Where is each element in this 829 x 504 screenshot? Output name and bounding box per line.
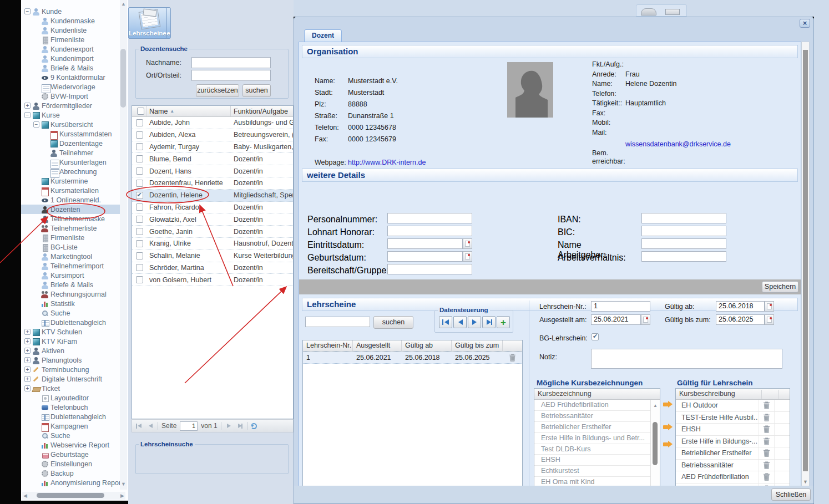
tree-expander-icon[interactable] [33,432,39,439]
sidebar-item[interactable]: Dublettenabgleich [21,318,121,327]
gueltig-row[interactable]: Erste Hilfe in Bildungs-... [676,436,790,448]
sidebar-item[interactable]: Teilnehmermaske [21,214,121,223]
tab-dozent[interactable]: Dozent [304,29,342,42]
calendar-trigger-icon[interactable] [765,314,774,325]
row-checkbox[interactable] [136,143,143,150]
speichern-button[interactable]: Speichern [762,281,798,293]
sidebar-item[interactable]: Kundenexport [21,44,121,54]
gueltig-row[interactable]: EHSH [676,424,790,436]
row-checkbox[interactable] [136,131,143,139]
kursbezeichnung-column-header[interactable]: Kursbezeichnung [534,389,660,400]
detail-input[interactable] [387,251,463,262]
tree-expander-icon[interactable] [24,103,31,109]
tree-expander-icon[interactable] [33,197,39,203]
row-checkbox[interactable] [136,192,143,199]
gueltig-row[interactable]: TEST-Erste Hilfe Ausbil... [676,412,790,424]
search-button[interactable]: suchen [242,84,271,97]
tree-expander-icon[interactable] [42,159,48,165]
tree-expander-icon[interactable] [33,442,39,448]
kursbezeichnung-row[interactable]: Erste Hilfe in Bildungs- und Betr... [534,433,650,444]
row-checkbox[interactable] [136,119,143,126]
tree-expander-icon[interactable] [33,263,39,269]
tree-expander-icon[interactable] [33,37,39,43]
row-checkbox[interactable] [136,203,143,211]
sidebar-item[interactable]: Planungtools [21,355,121,365]
sidebar-item[interactable]: Kampagnen [21,421,121,431]
dozent-row[interactable]: Dozentenfrau, Henriette Dozent/in [132,177,293,190]
tree-expander-icon[interactable] [33,282,39,288]
nachname-input[interactable] [191,57,271,68]
sidebar-item[interactable]: KTV KiFam [21,337,121,346]
delete-course-button[interactable] [758,447,775,459]
sidebar-item[interactable]: Briefe & Mails [21,280,121,289]
reset-button[interactable]: zurücksetzen [196,84,239,97]
sidebar-item[interactable]: KTV Schulen [21,327,121,337]
sidebar-item[interactable]: Webservice Report [21,440,121,450]
dialog-scrollbar[interactable]: ▼ [801,42,810,486]
dozent-row[interactable]: Schalin, Melanie Kurse Weiterbildung [132,250,293,262]
bg-lehrschein-checkbox[interactable] [592,333,599,340]
kursbeschreibung-column-header[interactable]: Kursbeschreibung [679,390,761,399]
detail-input[interactable] [387,264,472,274]
assign-arrow-icon[interactable] [663,425,668,429]
tree-expander-icon[interactable] [33,291,39,297]
row-checkbox[interactable] [136,180,143,187]
detail-input[interactable] [641,226,726,236]
scroll-up-icon[interactable]: ▲ [653,403,658,408]
delete-course-button[interactable] [758,436,775,447]
sidebar-item[interactable]: Kurstermine [21,176,121,186]
sidebar-item[interactable]: Statistik [21,299,121,308]
dozent-row[interactable]: Fahron, Ricardo Dozent/in [132,202,293,214]
tree-expander-icon[interactable] [33,55,39,62]
tree-expander-icon[interactable] [33,470,39,476]
sidebar-item[interactable]: BG-Liste [21,242,121,252]
calendar-trigger-icon[interactable] [463,238,472,249]
tree-expander-icon[interactable] [33,206,39,212]
last-page-icon[interactable] [236,422,244,430]
sidebar-item[interactable]: Marketingtool [21,252,121,261]
sidebar-item[interactable]: Einstellungen [21,459,121,469]
dialog-close-icon[interactable]: × [800,19,810,28]
row-checkbox[interactable] [136,167,143,175]
dozent-row[interactable]: Kranig, Ulrike Hausnotruf, Dozent [132,238,293,250]
dozent-row[interactable]: von Goisern, Hubert Dozent/in [132,274,293,286]
sidebar-item[interactable]: Telefonbuch [21,403,121,412]
tree-expander-icon[interactable] [24,376,31,382]
tree-expander-icon[interactable] [24,357,31,363]
schliessen-button[interactable]: Schließen [771,488,811,501]
sidebar-item[interactable]: Kursimport [21,271,121,280]
tree-expander-icon[interactable] [33,74,39,80]
sidebar-item[interactable]: Firmenliste [21,35,121,44]
toolbar-button[interactable]: Lehrscheine [128,7,167,39]
sidebar-item[interactable]: Digitale Unterschrift [21,374,121,384]
row-checkbox[interactable] [136,216,143,223]
first-page-icon[interactable] [135,422,143,430]
tree-expander-icon[interactable] [24,348,31,354]
tree-expander-icon[interactable] [33,18,39,24]
tree-expander-icon[interactable] [42,169,48,175]
sidebar-item[interactable]: Dozententage [21,139,121,148]
col-ausgestellt[interactable]: Ausgestellt [353,340,402,351]
tree-expander-icon[interactable] [33,319,39,325]
sidebar-item[interactable]: Backup [21,469,121,478]
tree-expander-icon[interactable] [33,225,39,231]
sidebar-item[interactable]: Abrechnung [21,167,121,176]
dozent-row[interactable]: Schröder, Martina Dozent/in [132,262,293,274]
tree-expander-icon[interactable] [33,187,39,194]
scrollbar-thumb[interactable] [37,493,104,498]
tree-expander-icon[interactable] [33,84,39,90]
sidebar-item[interactable]: Briefe & Mails [21,63,121,73]
tree-expander-icon[interactable] [33,301,39,307]
detail-input[interactable] [387,226,472,236]
tree-expander-icon[interactable] [24,366,31,373]
dozent-row[interactable]: Blume, Bernd Dozent/in [132,153,293,165]
dozent-row[interactable]: Aydemir, Turgay Baby- Musikgarten, [132,141,293,154]
tree-expander-icon[interactable] [33,423,39,429]
col-gueltig-bis[interactable]: Gültig bis zum [452,340,503,351]
dozent-row[interactable]: Dozentin, Helene Mitgliedschaft, Sper [132,190,293,202]
tree-expander-icon[interactable] [33,395,39,401]
sidebar-item[interactable]: Terminbuchung [21,365,121,374]
dozent-row[interactable]: Aubide, John Ausbildungs- und G [132,117,293,129]
record-nav-button[interactable] [468,316,481,328]
scroll-up-icon[interactable]: ▲ [121,1,126,7]
